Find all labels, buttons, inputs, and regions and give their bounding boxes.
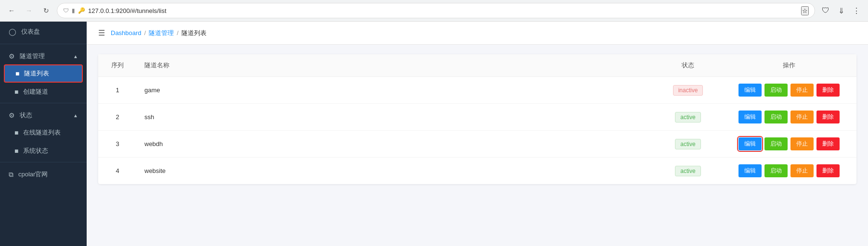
sidebar-group-status[interactable]: ⚙ 状态 ▲ [0, 105, 87, 123]
delete-button-3[interactable]: 删除 [816, 164, 840, 177]
list-icon: ■ [15, 70, 19, 77]
sidebar-divider-2 [0, 103, 87, 103]
browser-chrome: ← → ↻ 🛡 ▮ 🔑 ☆ 🛡 ⇓ ⋮ [0, 0, 868, 22]
sidebar-dashboard-label: 仪表盘 [21, 27, 40, 36]
edit-button-3[interactable]: 编辑 [738, 164, 762, 177]
action-btns-3: 编辑 启动 停止 删除 [729, 164, 849, 177]
sidebar-item-cpolar[interactable]: ⧉ cpolar官网 [0, 164, 87, 184]
browser-right-icons: 🛡 ⇓ ⋮ [819, 4, 863, 17]
col-header-actions: 操作 [722, 54, 856, 77]
cell-actions-3: 编辑 启动 停止 删除 [722, 158, 856, 184]
status-group-label: 状态 [20, 111, 32, 120]
browser-toolbar: ← → ↻ 🛡 ▮ 🔑 ☆ 🛡 ⇓ ⋮ [0, 0, 868, 21]
chevron-up-icon-2: ▲ [73, 113, 78, 118]
online-icon: ■ [14, 129, 18, 136]
col-header-status: 状态 [654, 54, 722, 77]
menu-toggle-icon[interactable]: ☰ [98, 28, 105, 37]
cell-status-1: active [654, 104, 722, 131]
breadcrumb: Dashboard / 隧道管理 / 隧道列表 [111, 29, 207, 37]
page-icon: ▮ [72, 7, 75, 14]
breadcrumb-tunnel-mgmt[interactable]: 隧道管理 [149, 29, 174, 37]
stop-button-0[interactable]: 停止 [790, 84, 814, 97]
cell-index-2: 3 [98, 131, 137, 158]
start-button-0[interactable]: 启动 [764, 84, 788, 97]
menu-button[interactable]: ⋮ [850, 4, 863, 17]
create-icon: ■ [14, 88, 18, 96]
table-row: 1 game inactive 编辑 启动 停止 删除 [98, 77, 856, 104]
external-icon: ⧉ [9, 171, 13, 179]
sidebar-group-tunnels[interactable]: ⚙ 隧道管理 ▲ [0, 46, 87, 64]
main-content: ☰ Dashboard / 隧道管理 / 隧道列表 序列 隧道名称 状态 操作 [87, 22, 868, 246]
sidebar-item-dashboard[interactable]: ◯ 仪表盘 [0, 22, 87, 42]
system-status-label: 系统状态 [23, 147, 48, 155]
tunnel-group-label: 隧道管理 [20, 52, 45, 61]
col-header-name: 隧道名称 [137, 54, 654, 77]
delete-button-2[interactable]: 删除 [816, 137, 840, 150]
cell-name-1: ssh [137, 104, 654, 131]
shield-icon: 🛡 [63, 7, 69, 14]
cell-actions-0: 编辑 启动 停止 删除 [722, 77, 856, 104]
status-badge-2: active [675, 139, 700, 149]
status-badge-1: active [675, 112, 700, 123]
table-row: 4 website active 编辑 启动 停止 删除 [98, 158, 856, 184]
cell-index-0: 1 [98, 77, 137, 104]
url-input[interactable] [88, 7, 798, 14]
status-icon: ⚙ [9, 111, 15, 119]
sidebar-divider-3 [0, 162, 87, 162]
system-icon: ■ [14, 147, 18, 155]
start-button-3[interactable]: 启动 [764, 164, 788, 177]
stop-button-2[interactable]: 停止 [790, 137, 814, 150]
cell-actions-2: 编辑 启动 停止 删除 [722, 131, 856, 158]
dashboard-icon: ◯ [9, 28, 16, 36]
cell-name-2: webdh [137, 131, 654, 158]
main-header: ☰ Dashboard / 隧道管理 / 隧道列表 [87, 22, 868, 45]
header-row: 序列 隧道名称 状态 操作 [98, 54, 856, 77]
address-bar[interactable]: 🛡 ▮ 🔑 ☆ [57, 3, 815, 18]
stop-button-1[interactable]: 停止 [790, 111, 814, 123]
cell-actions-1: 编辑 启动 停止 删除 [722, 104, 856, 131]
key-icon: 🔑 [78, 7, 85, 14]
action-btns-2: 编辑 启动 停止 删除 [729, 137, 849, 150]
stop-button-3[interactable]: 停止 [790, 164, 814, 177]
shield-button[interactable]: 🛡 [819, 4, 832, 17]
gear-icon: ⚙ [9, 52, 15, 60]
col-header-index: 序列 [98, 54, 137, 77]
delete-button-1[interactable]: 删除 [816, 111, 840, 123]
online-tunnels-label: 在线隧道列表 [23, 128, 61, 137]
sidebar-item-create-tunnel[interactable]: ■ 创建隧道 [0, 83, 87, 101]
reload-button[interactable]: ↻ [39, 4, 53, 17]
create-tunnel-label: 创建隧道 [23, 87, 48, 96]
cell-index-1: 2 [98, 104, 137, 131]
breadcrumb-dashboard[interactable]: Dashboard [111, 29, 142, 37]
table-header: 序列 隧道名称 状态 操作 [98, 54, 856, 77]
sidebar-item-system-status[interactable]: ■ 系统状态 [0, 142, 87, 160]
start-button-2[interactable]: 启动 [764, 137, 788, 150]
edit-button-1[interactable]: 编辑 [738, 111, 762, 123]
action-btns-1: 编辑 启动 停止 删除 [729, 111, 849, 123]
cell-index-3: 4 [98, 158, 137, 184]
action-btns-0: 编辑 启动 停止 删除 [729, 84, 849, 97]
sidebar-item-tunnel-list[interactable]: ■ 隧道列表 [4, 64, 83, 83]
start-button-1[interactable]: 启动 [764, 111, 788, 123]
edit-button-0[interactable]: 编辑 [738, 84, 762, 97]
sidebar-divider-1 [0, 44, 87, 44]
back-button[interactable]: ← [5, 4, 18, 17]
tunnels-table: 序列 隧道名称 状态 操作 1 game inactive 编辑 启动 停止 删… [98, 54, 856, 184]
download-button[interactable]: ⇓ [834, 4, 848, 17]
cell-name-3: website [137, 158, 654, 184]
cell-name-0: game [137, 77, 654, 104]
edit-button-2[interactable]: 编辑 [738, 137, 762, 150]
sidebar: ◯ 仪表盘 ⚙ 隧道管理 ▲ ■ 隧道列表 ■ 创建隧道 ⚙ 状态 ▲ [0, 22, 87, 246]
sidebar-item-online-tunnels[interactable]: ■ 在线隧道列表 [0, 123, 87, 142]
breadcrumb-sep-2: / [177, 29, 179, 37]
table-area: 序列 隧道名称 状态 操作 1 game inactive 编辑 启动 停止 删… [87, 45, 868, 246]
forward-button[interactable]: → [22, 4, 36, 17]
delete-button-0[interactable]: 删除 [816, 84, 840, 97]
bookmark-button[interactable]: ☆ [801, 6, 809, 15]
breadcrumb-current: 隧道列表 [181, 29, 207, 37]
table-row: 3 webdh active 编辑 启动 停止 删除 [98, 131, 856, 158]
cpolar-label: cpolar官网 [18, 170, 48, 179]
breadcrumb-sep-1: / [144, 29, 146, 37]
app-layout: ◯ 仪表盘 ⚙ 隧道管理 ▲ ■ 隧道列表 ■ 创建隧道 ⚙ 状态 ▲ [0, 22, 868, 246]
cell-status-3: active [654, 158, 722, 184]
